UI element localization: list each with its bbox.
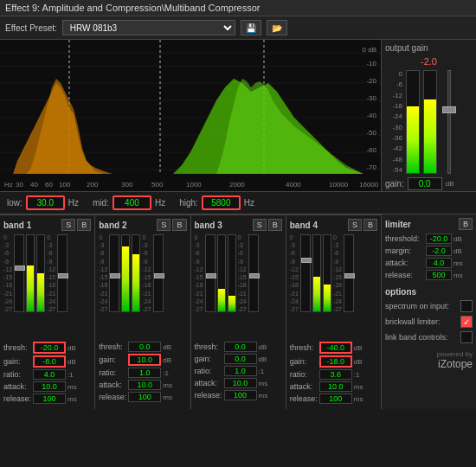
save-preset-button[interactable]: 💾 (241, 20, 261, 35)
band-release-label-1: release: (3, 394, 31, 403)
crossover-high-value[interactable]: 5800 (202, 195, 241, 210)
band-attack-value-4[interactable]: 10.0 (319, 381, 352, 392)
option-checkbox-0[interactable] (460, 300, 473, 312)
limiter-btn[interactable]: B (459, 218, 473, 230)
band-scale-left-2: 0-3-6-9-12-15-18-21-24-27 (99, 234, 107, 312)
band-release-value-1[interactable]: 100 (33, 393, 66, 404)
limiter-threshold: threshold: -20.0 dB (385, 234, 473, 244)
band-thresh-row-4: thresh: -40.0 dB (290, 342, 377, 354)
output-meter-left (406, 70, 420, 174)
band-thresh-value-1[interactable]: -20.0 (33, 342, 66, 354)
band-release-row-1: release: 100 ms (3, 393, 91, 404)
band-solo-3[interactable]: S (253, 219, 267, 231)
band-controls-3: 0-3-6-9-12-15-18-21-24-27 0-3-6-9-12-15-… (195, 234, 282, 338)
band-attack-row-3: attack: 10.0 ms (195, 378, 282, 388)
limiter-release-label: release: (385, 271, 424, 279)
svg-text:0 dB: 0 dB (363, 46, 376, 54)
band-release-value-2[interactable]: 100 (128, 392, 161, 402)
output-meter-row: 0-6-12-18-24-30-36-42-48-54 (385, 70, 473, 174)
preset-select[interactable]: HRW 081b3 (62, 20, 235, 35)
band-meter-1-3 (217, 234, 226, 312)
band-thresh-value-3[interactable]: 0.0 (224, 342, 257, 352)
gain-value[interactable]: 0.0 (408, 177, 442, 190)
limiter-margin-value[interactable]: -2.0 (426, 246, 452, 256)
band-release-row-2: release: 100 ms (99, 392, 186, 402)
svg-text:300: 300 (121, 181, 133, 189)
band-gain-slider-1[interactable] (57, 234, 68, 312)
band-bypass-4[interactable]: B (363, 219, 377, 231)
band-thresh-value-2[interactable]: 0.0 (128, 342, 161, 352)
band-header-1: band 1 S B (3, 219, 91, 231)
crossover-mid-value[interactable]: 400 (113, 195, 151, 210)
band-solo-2[interactable]: S (157, 219, 170, 231)
band-attack-label-1: attack: (3, 382, 31, 391)
limiter-thresh-value[interactable]: -20.0 (426, 234, 452, 244)
band-gain-value-1[interactable]: -8.0 (33, 355, 66, 368)
band-ratio-label-3: ratio: (195, 367, 222, 375)
band-scale-left-1: 0-3-6-9-12-15-18-21-24-27 (3, 234, 12, 312)
logo-powered-text: powered by (385, 350, 473, 358)
limiter-margin-unit: dB (453, 247, 462, 255)
band-bypass-2[interactable]: B (172, 219, 186, 231)
band-params-4: thresh: -40.0 dB gain: -18.0 dB ratio: 3… (290, 342, 377, 404)
band-gain-row-1: gain: -8.0 dB (3, 355, 91, 368)
band-ratio-value-3[interactable]: 1.0 (224, 366, 257, 376)
crossover-low-unit: Hz (68, 198, 79, 208)
option-checkbox-1[interactable]: ✓ (460, 316, 473, 328)
band-panel-3: band 3 S B 0-3-6-9-12-15-18-21-24-27 (191, 215, 286, 409)
band-meter-1-4 (312, 234, 321, 312)
band-threshold-slider-4[interactable] (300, 234, 311, 312)
band-threshold-slider-3[interactable] (205, 234, 215, 312)
band-ratio-value-1[interactable]: 4.0 (33, 369, 66, 380)
band-bypass-1[interactable]: B (77, 219, 91, 231)
svg-text:1000: 1000 (186, 181, 202, 189)
band-gain-value-4[interactable]: -18.0 (319, 355, 352, 368)
band-ratio-value-2[interactable]: 1.0 (128, 368, 161, 378)
band-attack-row-1: attack: 10.0 ms (3, 381, 91, 392)
svg-text:16000: 16000 (359, 181, 379, 189)
band-thresh-label-1: thresh: (3, 343, 31, 352)
crossover-low-value[interactable]: 30.0 (26, 195, 65, 210)
band-gain-slider-4[interactable] (344, 234, 354, 312)
band-attack-value-2[interactable]: 10.0 (128, 380, 161, 390)
band-gain-slider-3[interactable] (248, 234, 259, 312)
band-threshold-slider-2[interactable] (109, 234, 119, 312)
band-release-label-4: release: (290, 394, 318, 403)
band-panel-4: band 4 S B 0-3-6-9-12-15-18-21-24-27 (286, 215, 381, 409)
band-attack-value-1[interactable]: 10.0 (33, 381, 66, 392)
band-thresh-value-4[interactable]: -40.0 (319, 342, 352, 354)
band-thresh-label-4: thresh: (290, 343, 318, 352)
band-bypass-3[interactable]: B (268, 219, 282, 231)
band-meter-1-1 (26, 234, 35, 312)
option-label-0: spectrum on input: (385, 302, 460, 310)
output-gain-row: gain: 0.0 dB (385, 177, 473, 190)
band-gain-value-2[interactable]: 10.0 (128, 354, 161, 366)
band-solo-4[interactable]: S (348, 219, 362, 231)
svg-text:Hz: Hz (4, 181, 13, 189)
bands-section: band 1 S B 0-3-6-9-12-15-18-21-24-27 (0, 214, 381, 409)
band-attack-value-3[interactable]: 10.0 (224, 378, 257, 388)
limiter-attack-value[interactable]: 4.0 (426, 258, 452, 268)
preset-bar: Effect Preset: HRW 081b3 💾 📂 (0, 16, 476, 40)
output-meter-scale: 0-6-12-18-24-30-36-42-48-54 (385, 70, 402, 174)
load-preset-button[interactable]: 📂 (267, 20, 287, 35)
izotope-logo: powered by iZotope (385, 350, 473, 370)
band-header-4: band 4 S B (290, 219, 377, 231)
band-btns-4: S B (348, 219, 377, 231)
band-thresh-row-3: thresh: 0.0 dB (195, 342, 282, 352)
output-gain-slider[interactable] (441, 70, 458, 174)
band-threshold-slider-1[interactable] (14, 234, 24, 312)
band-gain-value-3[interactable]: 0.0 (224, 354, 257, 364)
band-gain-slider-2[interactable] (153, 234, 164, 312)
limiter-release-value[interactable]: 500 (426, 270, 452, 280)
band-solo-1[interactable]: S (61, 219, 75, 231)
band-scale-right-1: 0-3-6-9-12-15-18-21-24-27 (47, 234, 55, 312)
band-ratio-row-2: ratio: 1.0 :1 (99, 368, 186, 378)
band-release-value-4[interactable]: 100 (319, 393, 352, 404)
option-checkbox-2[interactable] (460, 331, 473, 343)
band-ratio-value-4[interactable]: 3.6 (319, 369, 352, 380)
band-release-value-3[interactable]: 100 (224, 390, 257, 400)
band-btns-3: S B (253, 219, 282, 231)
band-meter-2-2 (132, 234, 140, 312)
svg-text:10000: 10000 (329, 181, 349, 189)
